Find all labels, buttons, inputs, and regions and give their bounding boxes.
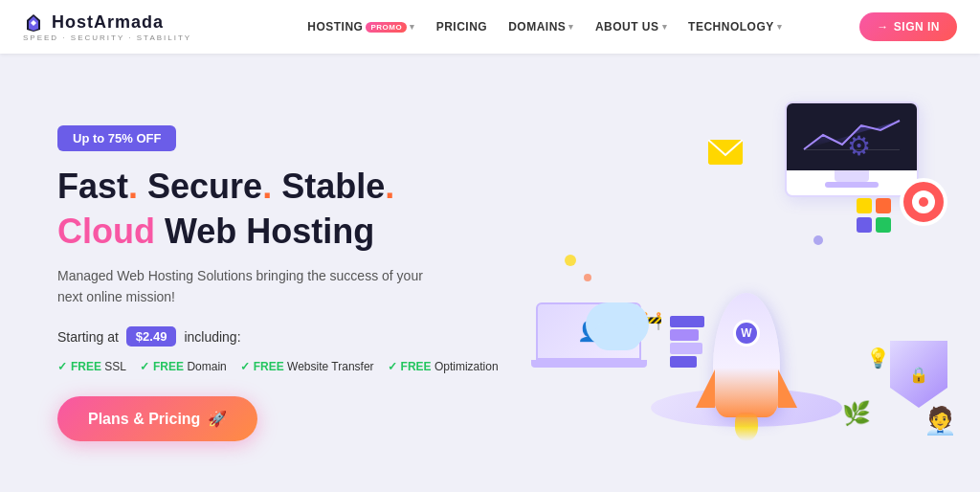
- dot-yellow: [565, 255, 576, 266]
- title-stable: Stable: [272, 167, 385, 206]
- discount-badge: Up to 75% OFF: [57, 125, 176, 151]
- hero-title-line2: Cloud Web Hosting: [57, 212, 517, 251]
- feature-ssl-label: FREE SSL: [71, 360, 126, 373]
- nav-domains-label: DOMAINS: [508, 20, 566, 34]
- hero-subtitle: Managed Web Hosting Solutions bringing t…: [57, 265, 440, 308]
- books-decoration: [670, 316, 704, 369]
- target-center: [919, 197, 928, 207]
- hero-section: Up to 75% OFF Fast. Secure. Stable. Clou…: [0, 54, 980, 492]
- nav-item-domains[interactable]: DOMAINS ▾: [501, 16, 582, 37]
- blocks-decoration: [856, 197, 892, 234]
- pricing-line: Starting at $2.49 including:: [57, 326, 517, 347]
- signin-button[interactable]: → SIGN IN: [859, 12, 957, 41]
- rocket-flame: [735, 413, 758, 441]
- book-2: [670, 329, 699, 341]
- rocket-wing-left: [696, 369, 715, 408]
- nav-item-hosting[interactable]: HOSTING PROMO ▾: [300, 16, 422, 37]
- check-icon: ✓: [240, 360, 250, 373]
- logo-icon: [23, 12, 44, 34]
- hero-title-line1: Fast. Secure. Stable.: [57, 167, 517, 206]
- cloud-decoration: [593, 322, 641, 350]
- plant-decoration: 🌿: [842, 400, 871, 427]
- target-decoration: [900, 178, 947, 226]
- illustration-container: ⚙: [517, 82, 976, 484]
- nav-hosting-label: HOSTING: [307, 20, 363, 34]
- including-text: including:: [184, 329, 240, 345]
- logo-name: HostArmada: [23, 12, 164, 34]
- book-1: [670, 316, 704, 327]
- features-line: ✓ FREE SSL ✓ FREE Domain ✓ FREE Website …: [57, 360, 517, 373]
- check-icon: ✓: [140, 360, 149, 373]
- block-yellow: [857, 198, 872, 213]
- target-inner: [912, 190, 935, 213]
- rocket-illustration: W: [713, 293, 780, 417]
- nav-pricing-label: PRICING: [436, 20, 488, 34]
- nav-technology-label: TECHNOLOGY: [688, 20, 774, 34]
- chevron-down-icon: ▾: [568, 22, 574, 32]
- feature-domain-label: FREE Domain: [153, 360, 227, 373]
- title-cloud: Cloud: [57, 212, 155, 251]
- feature-transfer-label: FREE Website Transfer: [254, 360, 374, 373]
- title-secure: Secure: [138, 167, 262, 206]
- logo-tagline: Speed · Security · Stability: [23, 34, 191, 42]
- rocket-wing-right: [778, 369, 797, 408]
- chevron-down-icon: ▾: [410, 22, 415, 32]
- block-green: [876, 217, 891, 233]
- logo[interactable]: HostArmada Speed · Security · Stability: [23, 12, 191, 42]
- nav-item-about[interactable]: ABOUT US ▾: [588, 16, 675, 37]
- plans-pricing-button[interactable]: Plans & Pricing 🚀: [57, 396, 257, 441]
- dot-orange: [584, 274, 591, 281]
- shield-illustration: 🔒: [890, 341, 947, 408]
- bulb-decoration: 💡: [866, 347, 890, 369]
- dot-1: .: [128, 167, 138, 206]
- person-figure-right: 🧑‍💼: [924, 405, 957, 436]
- nav-about-label: ABOUT US: [595, 20, 659, 34]
- dot-purple: [813, 235, 823, 245]
- hero-left: Up to 75% OFF Fast. Secure. Stable. Clou…: [57, 125, 517, 442]
- feature-optimization-label: FREE Optimization: [401, 360, 499, 373]
- promo-badge: PROMO: [366, 22, 407, 33]
- rocket-icon: 🚀: [208, 410, 227, 428]
- dot-3: .: [385, 167, 394, 206]
- laptop-base: [531, 360, 647, 368]
- cone-decoration: 🚧: [641, 310, 662, 331]
- rocket-window: W: [733, 320, 760, 347]
- feature-optimization: ✓ FREE Optimization: [388, 360, 499, 373]
- title-hosting: Web Hosting: [155, 212, 374, 251]
- feature-transfer: ✓ FREE Website Transfer: [240, 360, 374, 373]
- check-icon: ✓: [57, 360, 67, 373]
- block-purple: [857, 217, 872, 233]
- monitor-base: [825, 182, 879, 188]
- title-fast: Fast: [57, 167, 128, 206]
- monitor-stand: [835, 170, 869, 182]
- gear-decoration: ⚙: [847, 130, 871, 162]
- check-icon: ✓: [388, 360, 397, 373]
- feature-domain: ✓ FREE Domain: [140, 360, 227, 373]
- shield-label: 🔒: [909, 366, 928, 384]
- hero-illustration: ⚙: [517, 82, 976, 484]
- wp-logo: W: [741, 326, 751, 340]
- envelope-svg: [708, 140, 743, 165]
- block-orange: [876, 198, 891, 213]
- book-4: [670, 356, 697, 368]
- feature-ssl: ✓ FREE SSL: [57, 360, 126, 373]
- navbar: HostArmada Speed · Security · Stability …: [0, 0, 980, 54]
- price-badge: $2.49: [126, 326, 177, 347]
- nav-item-technology[interactable]: TECHNOLOGY ▾: [680, 16, 790, 37]
- shield-shape: 🔒: [890, 341, 947, 408]
- chevron-down-icon: ▾: [777, 22, 783, 32]
- signin-label: SIGN IN: [894, 20, 940, 34]
- starting-text: Starting at: [57, 329, 119, 345]
- rocket-body: W: [713, 293, 780, 417]
- book-3: [670, 343, 702, 354]
- cta-label: Plans & Pricing: [88, 411, 200, 428]
- dot-2: .: [262, 167, 272, 206]
- nav-item-pricing[interactable]: PRICING: [429, 16, 496, 37]
- chevron-down-icon: ▾: [662, 22, 668, 32]
- envelope-decoration: [708, 140, 743, 165]
- signin-icon: →: [877, 20, 889, 34]
- nav-links: HOSTING PROMO ▾ PRICING DOMAINS ▾ ABOUT …: [230, 16, 859, 37]
